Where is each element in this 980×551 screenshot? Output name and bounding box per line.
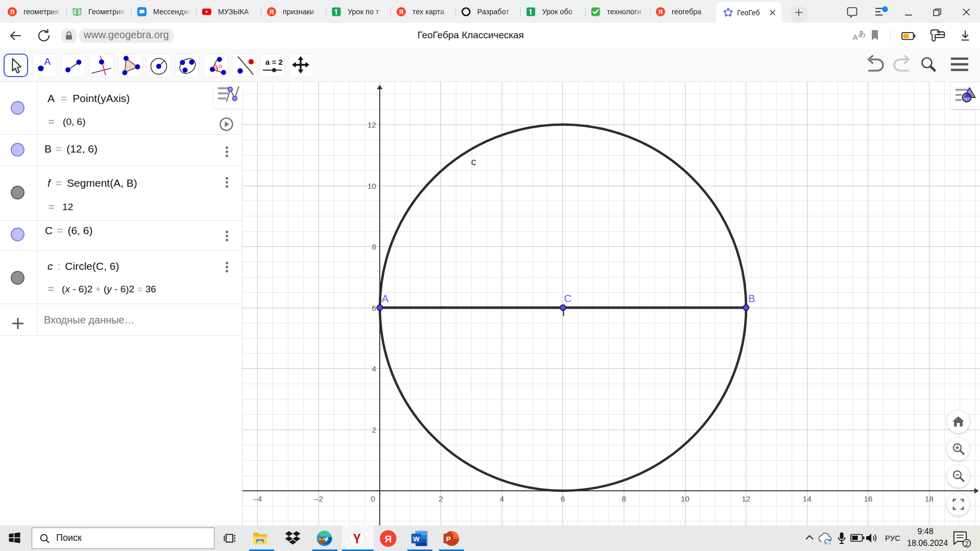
svg-text:–4: –4 xyxy=(253,494,262,503)
svg-text:2: 2 xyxy=(965,540,969,547)
svg-text:6: 6 xyxy=(372,304,376,312)
svg-text:4: 4 xyxy=(500,494,504,503)
svg-text:2: 2 xyxy=(438,494,443,503)
svg-text:10: 10 xyxy=(368,182,377,190)
svg-text:A: A xyxy=(853,33,858,41)
svg-text:–2: –2 xyxy=(314,494,323,503)
svg-text:C: C xyxy=(564,293,571,304)
svg-text:a = 2: a = 2 xyxy=(265,58,283,66)
svg-text:8: 8 xyxy=(622,494,626,503)
svg-text:6: 6 xyxy=(560,494,565,503)
svg-text:Я: Я xyxy=(270,8,274,15)
svg-text:あ: あ xyxy=(858,29,866,38)
svg-text:12: 12 xyxy=(742,494,750,503)
svg-text:0: 0 xyxy=(371,494,375,503)
svg-text:P: P xyxy=(446,535,451,543)
svg-text:α: α xyxy=(218,62,223,69)
svg-text:14: 14 xyxy=(803,494,812,503)
svg-text:12: 12 xyxy=(368,120,376,129)
svg-text:B: B xyxy=(748,293,755,304)
svg-text:18: 18 xyxy=(925,494,934,503)
svg-text:Я: Я xyxy=(399,8,404,15)
svg-text:4: 4 xyxy=(372,364,376,373)
svg-text:16: 16 xyxy=(864,494,872,503)
svg-text:Я: Я xyxy=(658,8,663,15)
svg-text:10: 10 xyxy=(680,494,690,503)
svg-text:Я: Я xyxy=(10,8,15,15)
svg-text:2: 2 xyxy=(372,425,376,434)
svg-text:8: 8 xyxy=(372,242,376,251)
svg-text:W: W xyxy=(413,535,420,543)
svg-text:Я: Я xyxy=(385,534,392,544)
svg-text:A: A xyxy=(44,56,51,67)
svg-text:A: A xyxy=(382,293,389,304)
svg-text:c: c xyxy=(471,156,476,167)
